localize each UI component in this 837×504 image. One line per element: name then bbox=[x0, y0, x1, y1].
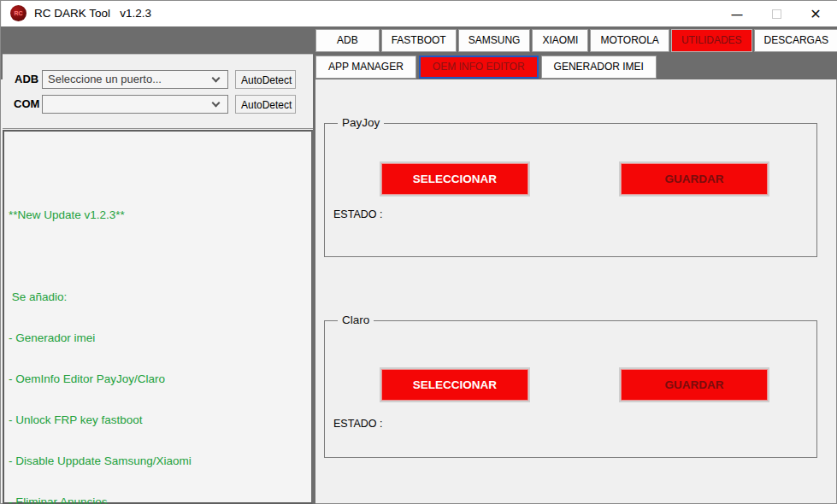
subtab-oem-info-editor[interactable]: OEM INFO EDITOR bbox=[419, 56, 539, 79]
com-label: COM bbox=[14, 97, 39, 110]
changelog-line: **New Update v1.2.3** bbox=[9, 208, 192, 222]
changelog-line: - OemInfo Editor PayJoy/Claro bbox=[9, 372, 192, 386]
chevron-down-icon bbox=[212, 99, 221, 108]
subtab-app-manager[interactable]: APP MANAGER bbox=[315, 56, 416, 79]
maximize-button[interactable] bbox=[760, 1, 793, 26]
tab-xiaomi[interactable]: XIAOMI bbox=[532, 29, 588, 52]
claro-group: Claro SELECCIONAR GUARDAR ESTADO : bbox=[324, 320, 817, 458]
changelog-panel: **New Update v1.2.3** Se añadio: - Gener… bbox=[3, 130, 313, 504]
titlebar: RC RC DARK Tool v1.2.3 — ✕ bbox=[2, 1, 837, 26]
payjoy-group-title: PayJoy bbox=[338, 116, 384, 129]
subtab-generador-imei[interactable]: GENERADOR IMEI bbox=[541, 56, 657, 79]
ports-panel: ADB Seleccione un puerto... AutoDetect C… bbox=[3, 54, 313, 129]
app-window: RC RC DARK Tool v1.2.3 — ✕ ADB FASTBOOT … bbox=[0, 0, 837, 504]
close-button[interactable]: ✕ bbox=[799, 1, 832, 26]
tab-descargas[interactable]: DESCARGAS bbox=[754, 29, 837, 52]
window-title: RC DARK Tool v1.2.3 bbox=[34, 1, 151, 26]
tab-motorola[interactable]: MOTOROLA bbox=[590, 29, 669, 52]
adb-label: ADB bbox=[15, 73, 38, 85]
changelog-line: - Unlock FRP key fastboot bbox=[9, 413, 192, 427]
claro-guardar-button[interactable]: GUARDAR bbox=[619, 367, 769, 402]
adb-port-value: Seleccione un puerto... bbox=[48, 73, 162, 85]
tab-fastboot[interactable]: FASTBOOT bbox=[381, 29, 457, 52]
chevron-down-icon bbox=[212, 74, 221, 83]
changelog-line: - Generador imei bbox=[9, 331, 192, 345]
app-icon: RC bbox=[10, 5, 27, 21]
changelog-line: Se añadio: bbox=[9, 290, 192, 304]
main-tab-bar: ADB FASTBOOT SAMSUNG XIAOMI MOTOROLA UTI… bbox=[315, 29, 837, 52]
claro-group-title: Claro bbox=[338, 314, 374, 326]
adb-autodetect-button[interactable]: AutoDetect bbox=[235, 70, 296, 89]
vertical-divider bbox=[313, 54, 315, 504]
claro-seleccionar-button[interactable]: SELECCIONAR bbox=[380, 367, 530, 402]
payjoy-seleccionar-button[interactable]: SELECCIONAR bbox=[380, 161, 530, 196]
com-port-select[interactable] bbox=[42, 95, 228, 114]
close-icon: ✕ bbox=[810, 6, 821, 22]
payjoy-guardar-button[interactable]: GUARDAR bbox=[619, 161, 769, 196]
tab-samsung[interactable]: SAMSUNG bbox=[458, 29, 531, 52]
tab-utilidades[interactable]: UTILIDADES bbox=[671, 29, 752, 52]
app-icon-label: RC bbox=[14, 10, 22, 16]
com-autodetect-button[interactable]: AutoDetect bbox=[235, 95, 296, 114]
changelog-line: - Eliminar Anuncios bbox=[9, 495, 192, 504]
sub-tab-bar: APP MANAGER OEM INFO EDITOR GENERADOR IM… bbox=[315, 56, 657, 79]
tab-adb[interactable]: ADB bbox=[315, 29, 380, 52]
maximize-icon bbox=[772, 9, 781, 19]
payjoy-group: PayJoy SELECCIONAR GUARDAR ESTADO : bbox=[324, 123, 817, 257]
changelog-line bbox=[9, 249, 192, 263]
minimize-button[interactable]: — bbox=[721, 1, 753, 26]
adb-port-select[interactable]: Seleccione un puerto... bbox=[42, 70, 228, 89]
minimize-icon: — bbox=[732, 8, 743, 21]
changelog-text: **New Update v1.2.3** Se añadio: - Gener… bbox=[9, 181, 192, 504]
changelog-line: - Disable Uppdate Samsung/Xiaomi bbox=[9, 454, 192, 468]
payjoy-status-label: ESTADO : bbox=[333, 208, 382, 220]
claro-status-label: ESTADO : bbox=[333, 418, 382, 430]
